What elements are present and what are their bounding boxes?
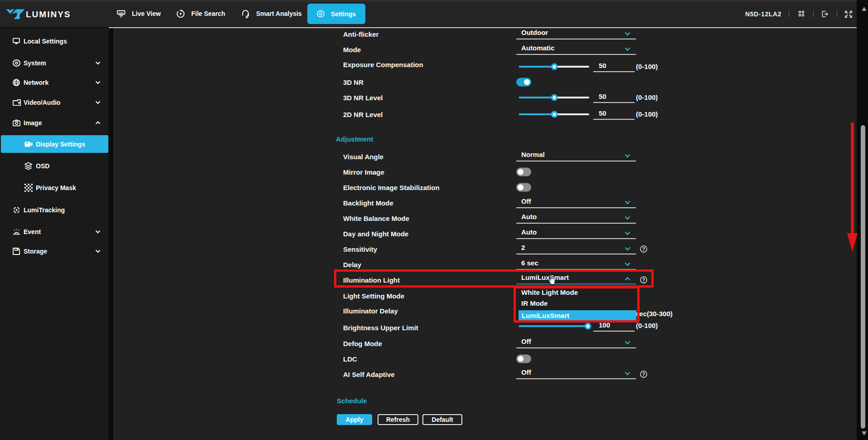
svg-text:?: ? bbox=[642, 247, 645, 252]
svg-text:?: ? bbox=[642, 372, 645, 377]
